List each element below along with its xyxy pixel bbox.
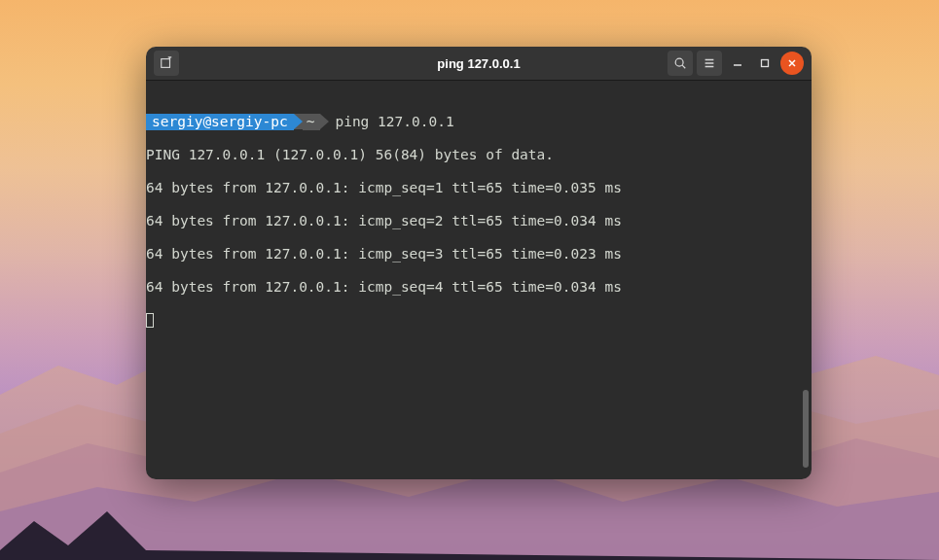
prompt-arrow-icon	[320, 114, 329, 129]
close-button[interactable]	[780, 52, 804, 75]
hamburger-menu-icon	[703, 56, 716, 70]
svg-rect-0	[162, 59, 170, 68]
cursor	[146, 313, 154, 328]
svg-rect-9	[762, 60, 769, 67]
prompt-command: ping 127.0.0.1	[329, 114, 453, 130]
scrollbar[interactable]	[803, 390, 809, 468]
terminal-body[interactable]: sergiy@sergiy-pc~ping 127.0.0.1 PING 127…	[146, 81, 812, 479]
titlebar[interactable]: ping 127.0.0.1	[146, 47, 812, 81]
menu-button[interactable]	[697, 51, 722, 76]
maximize-icon	[760, 58, 770, 68]
minimize-icon	[733, 58, 742, 68]
prompt-user-host: sergiy@sergiy-pc	[146, 114, 294, 130]
output-line: 64 bytes from 127.0.0.1: icmp_seq=4 ttl=…	[146, 279, 812, 296]
output-line: 64 bytes from 127.0.0.1: icmp_seq=1 ttl=…	[146, 180, 812, 196]
new-tab-button[interactable]	[154, 51, 179, 76]
new-tab-icon	[160, 56, 173, 70]
minimize-button[interactable]	[726, 52, 749, 75]
search-button[interactable]	[668, 51, 693, 76]
svg-line-4	[682, 65, 685, 68]
terminal-window: ping 127.0.0.1 sergiy@sergiy-pc~ping 127…	[146, 47, 812, 479]
close-icon	[787, 58, 797, 68]
output-line: PING 127.0.0.1 (127.0.0.1) 56(84) bytes …	[146, 147, 812, 163]
search-icon	[673, 56, 687, 70]
svg-point-3	[675, 58, 683, 66]
maximize-button[interactable]	[753, 52, 776, 75]
prompt-path: ~	[303, 114, 321, 130]
output-line: 64 bytes from 127.0.0.1: icmp_seq=2 ttl=…	[146, 213, 812, 229]
output-line: 64 bytes from 127.0.0.1: icmp_seq=3 ttl=…	[146, 246, 812, 262]
prompt-arrow-icon	[294, 114, 303, 129]
prompt-line: sergiy@sergiy-pc~ping 127.0.0.1	[146, 114, 812, 130]
